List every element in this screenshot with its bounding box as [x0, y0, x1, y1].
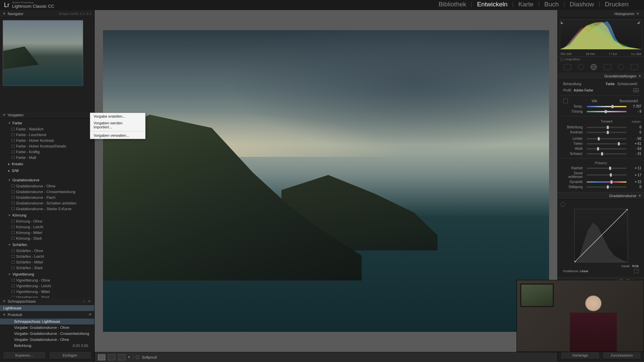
preset-item[interactable]: Vignettierung - Ohne: [8, 277, 92, 283]
treatment-bw[interactable]: Schwarzweiß: [616, 82, 639, 86]
preset-group-header[interactable]: ▼Farbe: [8, 120, 92, 126]
snapshot-item[interactable]: Lighthouse: [0, 305, 94, 311]
preset-item[interactable]: Gradationskurve - Crossentwicklung: [8, 189, 92, 194]
minus-icon[interactable]: −: [82, 299, 86, 303]
wb-mode[interactable]: Benutzerdef.: [620, 99, 639, 103]
history-header[interactable]: ▼ Protokoll ✕: [0, 311, 94, 318]
slider-track[interactable]: [587, 132, 627, 133]
history-item[interactable]: Vorgabe: Gradationskurve - Ohne: [0, 324, 94, 330]
preset-item[interactable]: Schärfen - Ohne: [8, 248, 92, 253]
module-tab[interactable]: Buch: [540, 1, 564, 8]
softproof-checkbox[interactable]: [136, 356, 139, 359]
module-tab[interactable]: Entwickeln: [472, 1, 512, 8]
menu-import-presets[interactable]: Vorgaben werden importiert...: [90, 120, 145, 130]
slider-track[interactable]: [587, 127, 627, 128]
curve-channel-row[interactable]: Kanal:RGB: [560, 263, 641, 268]
slider-track[interactable]: [587, 186, 627, 188]
preset-item[interactable]: Gradationskurve - Ohne: [8, 183, 92, 189]
plus-icon[interactable]: +: [87, 299, 92, 303]
history-item[interactable]: Vorgabe: Gradationskurve - Ohne: [0, 337, 94, 343]
spot-tool-icon[interactable]: [578, 64, 584, 70]
copy-button[interactable]: Kopieren...: [3, 351, 46, 359]
preset-group-header[interactable]: ▶Kreativ: [8, 161, 92, 167]
preset-item[interactable]: Körnung - Ohne: [8, 218, 92, 224]
preset-item[interactable]: Farbe - Leuchtend: [8, 132, 92, 137]
preset-item[interactable]: Schärfen - Stark: [8, 265, 92, 270]
preset-item[interactable]: Farbe - Hoher Kontrast: [8, 137, 92, 143]
profile-row[interactable]: Profil: Adobe Farbe: [560, 87, 641, 94]
view-menu-icon[interactable]: ▾: [128, 355, 130, 359]
preset-item[interactable]: Vignettierung - Stark: [8, 294, 92, 298]
original-photo-row[interactable]: Originalfoto: [558, 57, 644, 62]
curve-edit-icon[interactable]: [634, 269, 639, 273]
original-checkbox[interactable]: [560, 58, 564, 61]
preview-image[interactable]: [103, 30, 549, 332]
slider-track[interactable]: [587, 106, 627, 107]
slider-track[interactable]: [587, 168, 627, 169]
histogram[interactable]: ◣ ◢: [560, 19, 642, 50]
slider-track[interactable]: [587, 148, 627, 149]
slider-track[interactable]: [587, 111, 627, 112]
tone-curve[interactable]: [574, 209, 628, 262]
preset-item[interactable]: Körnung - Leicht: [8, 224, 92, 230]
preset-item[interactable]: Vignettierung - Mittel: [8, 289, 92, 294]
module-tab[interactable]: Bibliothek: [434, 1, 471, 8]
history-item[interactable]: Schnappschuss: Lighthouse: [0, 318, 94, 324]
grad-filter-icon[interactable]: [604, 64, 611, 70]
slider-track[interactable]: [587, 143, 627, 144]
radial-filter-icon[interactable]: [618, 64, 624, 70]
reset-button[interactable]: Zurücksetzen: [602, 351, 642, 359]
preset-group-header[interactable]: ▶S/W: [8, 168, 92, 174]
preset-group-header[interactable]: ▼Gradationskurve: [8, 177, 92, 183]
history-item[interactable]: Vorgabe: Gradationskurve - Crossentwickl…: [0, 330, 94, 337]
highlight-clip-icon[interactable]: ◢: [637, 20, 641, 24]
module-tab[interactable]: Karte: [514, 1, 538, 8]
loupe-view-icon[interactable]: [98, 354, 105, 360]
navigator-thumbnail[interactable]: [3, 20, 83, 86]
preset-item[interactable]: Farbe - Hoher Kontrast/Details: [8, 143, 92, 149]
menu-manage-presets[interactable]: Vorgaben verwalten...: [90, 132, 145, 139]
preset-group-header[interactable]: ▼Körnung: [8, 212, 92, 218]
slider-track[interactable]: [587, 181, 627, 183]
module-tab[interactable]: Diashow: [565, 1, 599, 8]
module-tab[interactable]: Drucken: [600, 1, 633, 8]
preset-item[interactable]: Farbe - Natürlich: [8, 126, 92, 132]
treatment-color[interactable]: Farbe: [604, 82, 616, 86]
preset-item[interactable]: Gradationskurve - Starke S-Kurve: [8, 206, 92, 212]
histogram-header[interactable]: Histogramm ▼: [558, 10, 644, 17]
curve-header[interactable]: Gradationskurve▼: [558, 192, 644, 199]
auto-tone-button[interactable]: Autom.: [629, 120, 641, 123]
slider-track[interactable]: [587, 153, 627, 155]
previous-button[interactable]: Vorherige: [560, 351, 600, 359]
curve-target-icon[interactable]: [560, 202, 565, 207]
menu-create-preset[interactable]: Vorgabe erstellen...: [90, 113, 145, 120]
preset-item[interactable]: Schärfen - Leicht: [8, 253, 92, 259]
snapshots-header[interactable]: ▼ Schnappschüsse −+: [0, 298, 94, 305]
slider-track[interactable]: [587, 174, 627, 176]
preset-item[interactable]: Gradationskurve - Schatten anheben: [8, 200, 92, 206]
before-after-lr-icon[interactable]: [108, 354, 115, 360]
navigator-header[interactable]: ▼ Navigator Einpa Ausfü 1:1 3:1: [0, 10, 94, 17]
redeye-tool-icon[interactable]: [591, 64, 597, 70]
presets-header[interactable]: ▼ Vorgaben +: [0, 111, 94, 119]
shadow-clip-icon[interactable]: ◣: [561, 20, 565, 24]
preset-item[interactable]: Körnung - Stark: [8, 235, 92, 241]
preset-group-header[interactable]: ▼Vignettierung: [8, 271, 92, 277]
navigator-zoom-options[interactable]: Einpa Ausfü 1:1 3:1: [59, 12, 92, 15]
crop-tool-icon[interactable]: [564, 64, 571, 70]
preset-item[interactable]: Schärfen - Mittel: [8, 259, 92, 265]
preset-group-header[interactable]: ▼Schärfen: [8, 242, 92, 248]
brush-tool-icon[interactable]: [631, 64, 638, 70]
profile-browser-icon[interactable]: [633, 88, 639, 92]
preset-item[interactable]: Vignettierung - Leicht: [8, 283, 92, 289]
preview-area[interactable]: [95, 10, 557, 352]
paste-button[interactable]: Einfügen: [49, 351, 92, 359]
preset-item[interactable]: Körnung - Mittel: [8, 230, 92, 235]
preset-item[interactable]: Farbe - Matt: [8, 155, 92, 160]
curve-point-row[interactable]: Punktkurve: Linear: [560, 268, 641, 275]
slider-track[interactable]: [587, 138, 627, 139]
before-after-tb-icon[interactable]: [118, 354, 125, 360]
preset-item[interactable]: Farbe - Kräftig: [8, 149, 92, 155]
wb-picker-icon[interactable]: [563, 99, 568, 103]
preset-item[interactable]: Gradationskurve - Flach: [8, 194, 92, 200]
